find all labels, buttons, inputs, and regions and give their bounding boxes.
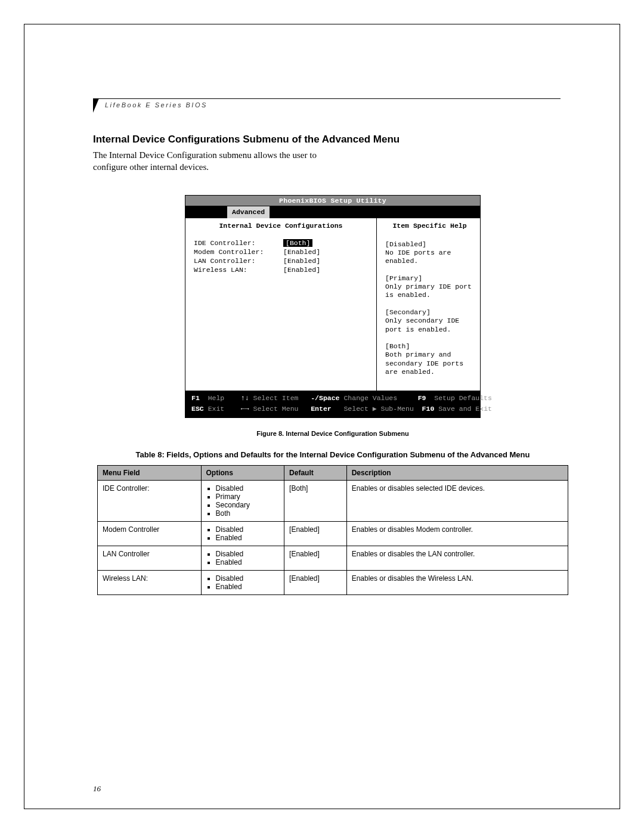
bios-help-text: Only primary IDE port is enabled.	[385, 283, 474, 300]
bios-help-text: No IDE ports are enabled.	[385, 249, 474, 266]
option-item: Disabled	[216, 484, 280, 493]
page-number: 16	[93, 784, 101, 794]
cell-options: DisabledPrimarySecondaryBoth	[201, 480, 284, 521]
header-rule	[93, 98, 561, 99]
bios-setting-value[interactable]: [Enabled]	[283, 257, 320, 265]
bios-window: PhoenixBIOS Setup Utility Advanced Inter…	[185, 195, 481, 418]
bios-help-title: Item Specific Help	[385, 222, 474, 230]
bios-setting-label: LAN Controller:	[194, 257, 283, 265]
bios-setting-label: Modem Controller:	[194, 248, 283, 256]
bios-help-text: Only secondary IDE port is enabled.	[385, 317, 474, 334]
cell-description: Enables or disables selected IDE devices…	[346, 480, 568, 521]
arrows-updown-icon: ↑↓	[241, 394, 249, 402]
cell-menu-field: Modem Controller	[98, 521, 202, 546]
figure-caption: Figure 8. Internal Device Configuration …	[93, 430, 572, 437]
bios-setting-row[interactable]: Modem Controller:[Enabled]	[194, 248, 370, 256]
key-esc: ESC	[191, 405, 204, 413]
bios-help-block: [Disabled]No IDE ports are enabled.	[385, 240, 474, 266]
section-body-text: The Internal Device Configuration submen…	[93, 149, 343, 174]
option-item: Disabled	[216, 550, 280, 558]
bios-setting-row[interactable]: Wireless LAN:[Enabled]	[194, 266, 370, 274]
table-row: IDE Controller:DisabledPrimarySecondaryB…	[98, 480, 568, 521]
bios-help-text: Both primary and secondary IDE ports are…	[385, 351, 474, 376]
label-select-submenu: Select ▶ Sub-Menu	[343, 405, 413, 413]
bios-help-option: [Disabled]	[385, 240, 474, 249]
menubar-spacer	[185, 206, 227, 218]
label-select-menu: Select Menu	[253, 405, 299, 413]
table-header: Menu Field	[98, 465, 202, 480]
table-header: Default	[284, 465, 347, 480]
arrows-leftright-icon: ←→	[241, 405, 249, 413]
bios-help-option: [Primary]	[385, 274, 474, 283]
cell-menu-field: IDE Controller:	[98, 480, 202, 521]
table-header: Description	[346, 465, 568, 480]
option-item: Enabled	[216, 558, 280, 566]
bios-left-pane: Internal Device Configurations IDE Contr…	[185, 218, 377, 391]
table-header: Options	[201, 465, 284, 480]
key-enter: Enter	[311, 405, 332, 413]
table-row: Modem ControllerDisabledEnabled[Enabled]…	[98, 521, 568, 546]
cell-menu-field: LAN Controller	[98, 546, 202, 570]
cell-description: Enables or disables Modem controller.	[346, 521, 568, 546]
bios-setting-label: Wireless LAN:	[194, 266, 283, 274]
cell-options: DisabledEnabled	[201, 570, 284, 594]
label-change-values: Change Values	[343, 394, 397, 402]
table-caption: Table 8: Fields, Options and Defaults fo…	[93, 450, 572, 459]
header-wedge-icon	[93, 98, 99, 113]
cell-options: DisabledEnabled	[201, 521, 284, 546]
label-help: Help	[208, 394, 225, 402]
label-save-exit: Save and Exit	[438, 405, 492, 413]
cell-description: Enables or disables the LAN controller.	[346, 546, 568, 570]
option-item: Disabled	[216, 574, 280, 583]
label-select-item: Select Item	[253, 394, 299, 402]
option-item: Disabled	[216, 525, 280, 534]
bios-setting-value[interactable]: [Enabled]	[283, 266, 320, 274]
cell-default: [Enabled]	[284, 570, 347, 594]
cell-default: [Enabled]	[284, 521, 347, 546]
option-item: Enabled	[216, 534, 280, 542]
key-f9: F9	[418, 394, 426, 402]
cell-default: [Enabled]	[284, 546, 347, 570]
option-item: Secondary	[216, 501, 280, 509]
bios-setting-row[interactable]: LAN Controller:[Enabled]	[194, 257, 370, 265]
label-exit: Exit	[208, 405, 225, 413]
tab-advanced[interactable]: Advanced	[227, 206, 270, 218]
bios-setting-row[interactable]: IDE Controller:[Both]	[194, 239, 370, 247]
key-minus-space: -/Space	[311, 394, 339, 402]
key-f1: F1	[191, 394, 200, 402]
section-title: Internal Device Configurations Submenu o…	[93, 134, 572, 145]
bios-help-pane: Item Specific Help [Disabled]No IDE port…	[377, 218, 480, 391]
bios-setting-value[interactable]: [Both]	[283, 239, 312, 247]
bios-footer: F1 Help ↑↓ Select Item -/Space Change Va…	[185, 391, 481, 418]
cell-description: Enables or disables the Wireless LAN.	[346, 570, 568, 594]
table-row: Wireless LAN:DisabledEnabled[Enabled]Ena…	[98, 570, 568, 594]
bios-help-option: [Secondary]	[385, 308, 474, 317]
cell-menu-field: Wireless LAN:	[98, 570, 202, 594]
bios-menubar[interactable]: Advanced	[185, 206, 481, 218]
option-item: Enabled	[216, 583, 280, 591]
bios-help-option: [Both]	[385, 342, 474, 351]
cell-options: DisabledEnabled	[201, 546, 284, 570]
option-item: Primary	[216, 493, 280, 501]
option-item: Both	[216, 509, 280, 518]
key-f10: F10	[422, 405, 435, 413]
bios-title-bar: PhoenixBIOS Setup Utility	[185, 195, 481, 206]
table-row: LAN ControllerDisabledEnabled[Enabled]En…	[98, 546, 568, 570]
bios-setting-value[interactable]: [Enabled]	[283, 248, 320, 256]
label-setup-defaults: Setup Defaults	[434, 394, 492, 402]
options-table: Menu FieldOptionsDefaultDescription IDE …	[97, 465, 568, 595]
bios-subtitle: Internal Device Configurations	[185, 218, 376, 239]
bios-help-block: [Secondary]Only secondary IDE port is en…	[385, 308, 474, 334]
bios-help-block: [Primary]Only primary IDE port is enable…	[385, 274, 474, 300]
bios-setting-label: IDE Controller:	[194, 239, 283, 247]
cell-default: [Both]	[284, 480, 347, 521]
running-head: LifeBook E Series BIOS	[105, 101, 208, 109]
bios-help-block: [Both]Both primary and secondary IDE por…	[385, 342, 474, 377]
